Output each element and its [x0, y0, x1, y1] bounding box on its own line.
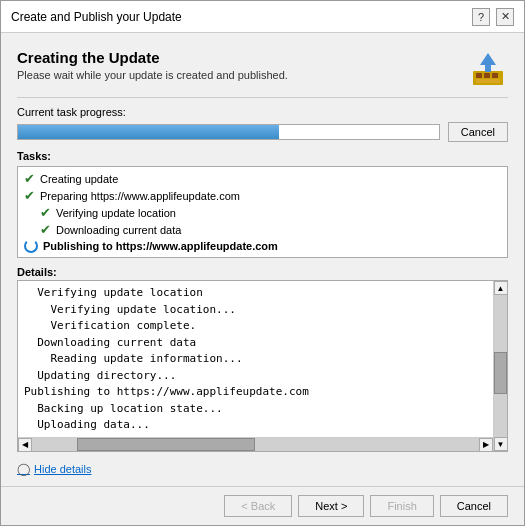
- task-label-3: Verifying update location: [56, 207, 176, 219]
- help-button[interactable]: ?: [472, 8, 490, 26]
- details-section: Details: Verifying update location Verif…: [17, 266, 508, 452]
- task-label-5: Publishing to https://www.applifeupdate.…: [43, 240, 278, 252]
- next-button[interactable]: Next >: [298, 495, 364, 517]
- svg-rect-6: [485, 64, 491, 72]
- horiz-scroll-thumb[interactable]: [77, 438, 256, 451]
- horizontal-scrollbar[interactable]: ◀ ▶: [18, 437, 493, 451]
- task-item-5: Publishing to https://www.applifeupdate.…: [24, 239, 501, 253]
- task-item-2: ✔ Preparing https://www.applifeupdate.co…: [24, 188, 501, 203]
- hide-details-label: Hide details: [34, 463, 91, 475]
- dialog-body: Creating the Update Please wait while yo…: [1, 33, 524, 486]
- header-subtitle: Please wait while your update is created…: [17, 69, 288, 81]
- horiz-scroll-track: [32, 438, 479, 451]
- title-bar-controls: ? ✕: [472, 8, 514, 26]
- cancel-progress-button[interactable]: Cancel: [448, 122, 508, 142]
- svg-rect-2: [484, 73, 490, 78]
- check-icon-4: ✔: [40, 222, 51, 237]
- check-icon-3: ✔: [40, 205, 51, 220]
- details-content[interactable]: Verifying update location Verifying upda…: [18, 281, 493, 437]
- header-text: Creating the Update Please wait while yo…: [17, 49, 288, 81]
- progress-section: Current task progress: Cancel: [17, 106, 508, 142]
- scroll-track: [494, 295, 507, 437]
- dialog-window: Create and Publish your Update ? ✕ Creat…: [0, 0, 525, 526]
- task-label-4: Downloading current data: [56, 224, 181, 236]
- footer: < Back Next > Finish Cancel: [1, 486, 524, 525]
- task-label-1: Creating update: [40, 173, 118, 185]
- progress-label: Current task progress:: [17, 106, 508, 118]
- title-bar: Create and Publish your Update ? ✕: [1, 1, 524, 33]
- details-box: Verifying update location Verifying upda…: [17, 280, 508, 452]
- hide-details-toggle[interactable]: ◯ Hide details: [17, 460, 508, 478]
- close-button[interactable]: ✕: [496, 8, 514, 26]
- svg-rect-4: [476, 79, 500, 83]
- task-label-2: Preparing https://www.applifeupdate.com: [40, 190, 240, 202]
- tasks-label: Tasks:: [17, 150, 508, 162]
- header-section: Creating the Update Please wait while yo…: [17, 49, 508, 98]
- check-icon-1: ✔: [24, 171, 35, 186]
- scroll-down-button[interactable]: ▼: [494, 437, 508, 451]
- spin-icon-5: [24, 239, 38, 253]
- progress-bar-fill: [18, 125, 279, 139]
- progress-bar-container: [17, 124, 440, 140]
- check-icon-2: ✔: [24, 188, 35, 203]
- progress-row: Cancel: [17, 122, 508, 142]
- publish-icon: [468, 49, 508, 89]
- task-item-1: ✔ Creating update: [24, 171, 501, 186]
- scroll-left-button[interactable]: ◀: [18, 438, 32, 452]
- tasks-box: ✔ Creating update ✔ Preparing https://ww…: [17, 166, 508, 258]
- details-label: Details:: [17, 266, 508, 278]
- chevron-down-icon: ◯: [17, 462, 30, 476]
- cancel-button[interactable]: Cancel: [440, 495, 508, 517]
- finish-button[interactable]: Finish: [370, 495, 433, 517]
- header-title: Creating the Update: [17, 49, 288, 66]
- task-item-3: ✔ Verifying update location: [24, 205, 501, 220]
- svg-rect-1: [476, 73, 482, 78]
- svg-rect-3: [492, 73, 498, 78]
- task-item-4: ✔ Downloading current data: [24, 222, 501, 237]
- scroll-up-button[interactable]: ▲: [494, 281, 508, 295]
- svg-marker-5: [480, 53, 496, 65]
- scroll-right-button[interactable]: ▶: [479, 438, 493, 452]
- scroll-thumb[interactable]: [494, 352, 507, 395]
- tasks-section: Tasks: ✔ Creating update ✔ Preparing htt…: [17, 150, 508, 258]
- vertical-scrollbar[interactable]: ▲ ▼: [493, 281, 507, 451]
- title-bar-title: Create and Publish your Update: [11, 10, 182, 24]
- back-button[interactable]: < Back: [224, 495, 292, 517]
